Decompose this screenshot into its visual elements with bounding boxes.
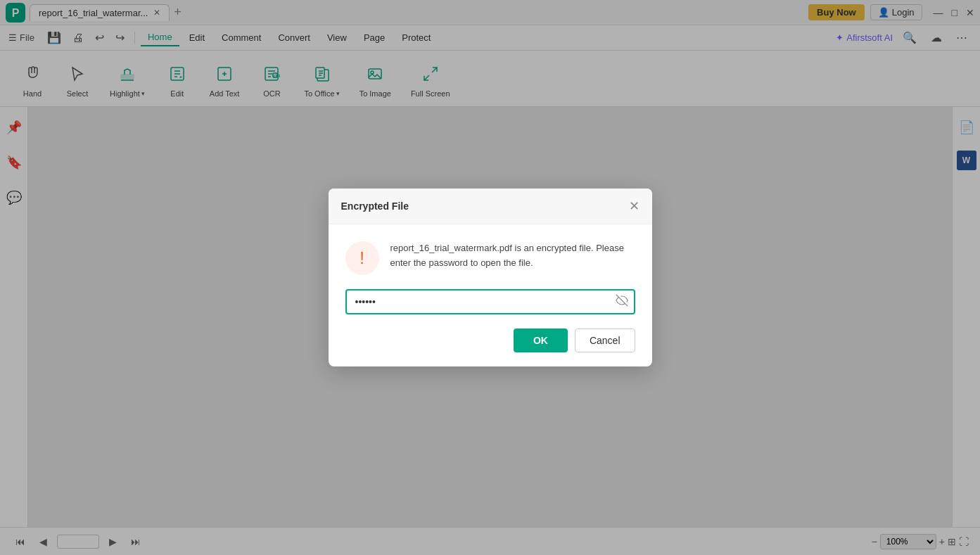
- exclamation-icon: !: [359, 248, 364, 268]
- dialog-message-row: ! report_16_trial_watermark.pdf is an en…: [345, 241, 635, 275]
- dialog-title: Encrypted File: [341, 200, 409, 212]
- dialog-footer: OK Cancel: [329, 328, 652, 366]
- dialog-overlay: Encrypted File ✕ ! report_16_trial_water…: [0, 0, 980, 555]
- ok-button[interactable]: OK: [514, 328, 568, 352]
- password-input[interactable]: [345, 289, 635, 314]
- toggle-password-button[interactable]: [616, 294, 628, 310]
- dialog-input-row: [345, 289, 635, 314]
- cancel-button[interactable]: Cancel: [575, 328, 635, 352]
- encrypted-file-dialog: Encrypted File ✕ ! report_16_trial_water…: [329, 189, 652, 366]
- warning-icon: !: [345, 241, 379, 275]
- dialog-close-button[interactable]: ✕: [629, 198, 639, 214]
- dialog-message: report_16_trial_watermark.pdf is an encr…: [390, 241, 635, 271]
- dialog-header: Encrypted File ✕: [329, 189, 652, 224]
- dialog-body: ! report_16_trial_watermark.pdf is an en…: [329, 224, 652, 328]
